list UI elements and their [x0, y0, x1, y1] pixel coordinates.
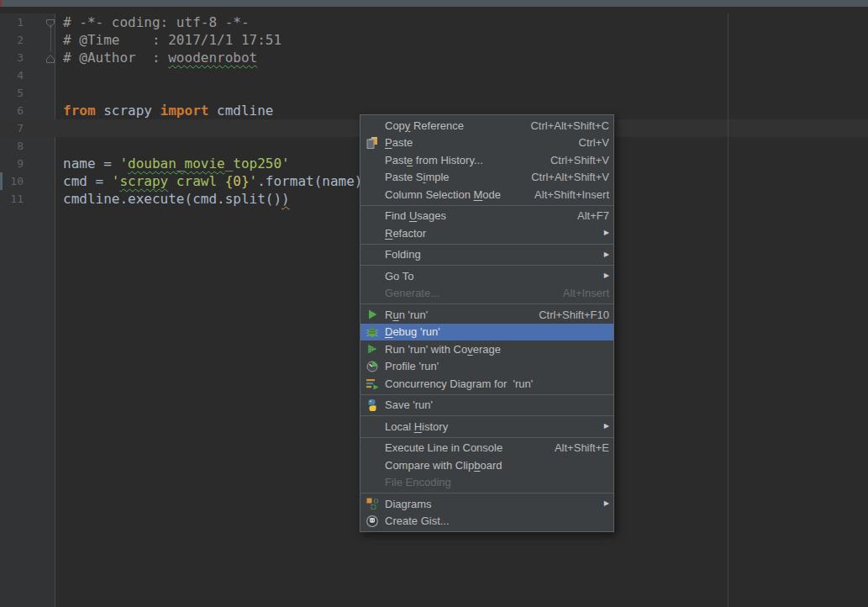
submenu-arrow-icon: ▶ — [604, 500, 609, 507]
empty-icon-slot — [364, 226, 380, 240]
menu-item-label: Compare with Clipboard — [385, 459, 502, 472]
menu-item-paste-simple[interactable]: Paste SimpleCtrl+Alt+Shift+V — [360, 169, 613, 187]
code-token: cmdline.execute(cmd.split() — [63, 191, 281, 207]
paste-icon — [364, 136, 380, 150]
menu-item-paste-from-history[interactable]: Paste from History...Ctrl+Shift+V — [360, 151, 613, 169]
empty-icon-slot — [364, 476, 380, 489]
menu-item-shortcut: Alt+Insert — [563, 287, 609, 299]
diagrams-icon — [364, 497, 380, 510]
menu-item-label: Column Selection Mode — [385, 188, 501, 201]
line-number: 5 — [0, 84, 55, 102]
line-numbers: 1234567891011 — [0, 13, 55, 208]
menu-item-label: Find Usages — [385, 209, 446, 222]
code-token: # @Time : 2017/1/1 17:51 — [63, 32, 281, 48]
code-token: from — [63, 103, 96, 119]
code-token: # @Author : — [63, 50, 168, 66]
code-token: # -*- coding: utf-8 -*- — [63, 14, 250, 30]
code-token: import — [160, 103, 209, 119]
menu-separator — [360, 437, 613, 438]
menu-item-run-run[interactable]: Run 'run'Ctrl+Shift+F10 — [360, 306, 613, 324]
menu-item-label: Refactor — [385, 227, 426, 240]
menu-item-save-run[interactable]: Save 'run' — [360, 397, 613, 414]
menu-item-create-gist[interactable]: Create Gist... — [360, 513, 613, 530]
menu-item-profile-run[interactable]: Profile 'run' — [360, 358, 613, 376]
menu-item-label: Folding — [385, 248, 421, 261]
menu-item-generate: Generate...Alt+Insert — [360, 285, 613, 303]
menu-item-find-usages[interactable]: Find UsagesAlt+F7 — [360, 208, 613, 225]
line-number: 7 — [0, 119, 55, 137]
code-token: ) — [281, 191, 290, 207]
line-number: 10 — [0, 172, 55, 190]
menu-item-label: Execute Line in Console — [385, 441, 502, 454]
python-icon — [364, 399, 380, 412]
empty-icon-slot — [364, 287, 380, 300]
menu-separator — [360, 244, 613, 245]
menu-item-label: Paste from History... — [385, 154, 483, 166]
line-number: 4 — [0, 66, 55, 84]
menu-item-folding[interactable]: Folding▶ — [360, 246, 613, 264]
empty-icon-slot — [364, 441, 380, 455]
empty-icon-slot — [364, 420, 380, 433]
run-icon — [364, 308, 380, 321]
menu-item-column-selection-mode[interactable]: Column Selection ModeAlt+Shift+Insert — [360, 186, 613, 203]
menu-item-label: Create Gist... — [385, 515, 450, 527]
menu-item-label: Save 'run' — [385, 399, 433, 411]
menu-separator — [360, 205, 613, 206]
menu-item-paste[interactable]: PasteCtrl+V — [360, 135, 613, 152]
submenu-arrow-icon: ▶ — [604, 251, 609, 258]
menu-item-debug-run[interactable]: Debug 'run' — [360, 324, 613, 341]
menu-item-label: Profile 'run' — [385, 360, 439, 372]
menu-item-execute-line-in-console[interactable]: Execute Line in ConsoleAlt+Shift+E — [360, 440, 613, 457]
code-token: .format(name) — [257, 173, 362, 189]
menu-item-label: Local History — [385, 420, 448, 433]
empty-icon-slot — [364, 187, 380, 201]
pycharm-editor-window: { "colors": { "editor_bg": "#2b2b2b", "g… — [0, 0, 868, 607]
menu-item-shortcut: Ctrl+Alt+Shift+C — [530, 119, 609, 132]
code-line[interactable] — [56, 66, 868, 84]
menu-item-label: Run 'run' — [385, 309, 428, 321]
code-token: cmd = — [63, 173, 112, 189]
submenu-arrow-icon: ▶ — [604, 230, 609, 236]
menu-separator — [360, 415, 613, 416]
menu-item-local-history[interactable]: Local History▶ — [360, 418, 613, 435]
code-token: name = — [63, 156, 119, 172]
menu-item-label: Run 'run' with Coverage — [385, 343, 501, 356]
empty-icon-slot — [364, 269, 380, 282]
empty-icon-slot — [364, 119, 380, 132]
menu-separator — [360, 493, 613, 494]
code-line[interactable]: # -*- coding: utf-8 -*- — [56, 13, 868, 31]
line-number: 1 — [0, 13, 55, 31]
code-token: douban_movie — [128, 156, 225, 172]
menu-item-shortcut: Alt+Shift+E — [555, 441, 609, 454]
menu-item-refactor[interactable]: Refactor▶ — [360, 224, 613, 242]
menu-item-shortcut: Ctrl+V — [579, 136, 609, 149]
menu-item-label: Copy Reference — [385, 119, 464, 132]
menu-item-file-encoding: File Encoding — [360, 474, 613, 492]
code-token: cmdline — [208, 103, 273, 119]
menu-item-run-run-with-coverage[interactable]: Run 'run' with Coverage — [360, 340, 613, 358]
menu-item-shortcut: Ctrl+Alt+Shift+V — [531, 171, 609, 183]
menu-item-go-to[interactable]: Go To▶ — [360, 267, 613, 285]
code-token: scrapy — [119, 173, 168, 189]
code-line[interactable]: # @Author : woodenrobot — [56, 49, 868, 66]
code-token: crawl — [168, 173, 224, 189]
code-token: woodenrobot — [168, 50, 257, 66]
menu-separator — [360, 394, 613, 395]
empty-icon-slot — [364, 153, 380, 166]
empty-icon-slot — [364, 171, 380, 184]
menu-item-label: File Encoding — [385, 476, 451, 488]
debug-icon — [364, 325, 380, 339]
menu-item-diagrams[interactable]: Diagrams▶ — [360, 495, 613, 513]
menu-item-compare-with-clipboard[interactable]: Compare with Clipboard — [360, 457, 613, 474]
top-bar — [0, 0, 868, 7]
code-line[interactable] — [56, 84, 868, 102]
code-line[interactable]: # @Time : 2017/1/1 17:51 — [56, 31, 868, 49]
menu-item-label: Paste — [385, 136, 413, 149]
line-number: 11 — [0, 190, 55, 208]
menu-item-copy-reference[interactable]: Copy ReferenceCtrl+Alt+Shift+C — [360, 117, 613, 135]
menu-item-shortcut: Ctrl+Shift+F10 — [539, 309, 609, 321]
empty-icon-slot — [364, 248, 380, 261]
menu-item-concurrency-diagram-for-run[interactable]: Concurrency Diagram for 'run' — [360, 375, 613, 393]
code-token: _top250' — [225, 156, 290, 172]
menu-item-shortcut: Ctrl+Shift+V — [550, 154, 609, 166]
